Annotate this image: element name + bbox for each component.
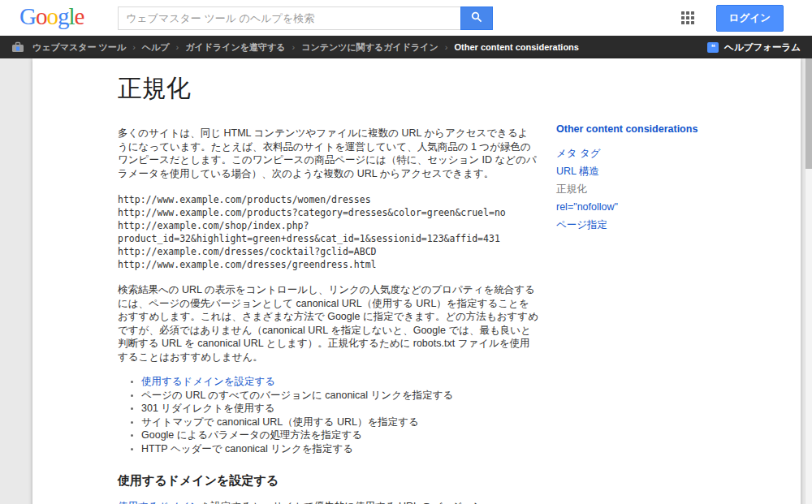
url-examples: http://www.example.com/products/women/dr… — [118, 193, 538, 271]
google-logo-letter: g — [58, 3, 69, 29]
google-logo[interactable]: Google — [19, 3, 84, 30]
header: Google ログイン — [0, 0, 812, 36]
canonical-paragraph: 検索結果への URL の表示をコントロールし、リンクの人気度などのプロパティを統… — [118, 283, 538, 364]
breadcrumb-separator: › — [132, 42, 136, 52]
list-item-label: HTTP ヘッダーで canonical リンクを指定する — [141, 443, 353, 454]
section-heading: 使用するドメインを設定する — [118, 473, 538, 489]
breadcrumb-guidelines[interactable]: ガイドラインを遵守する — [185, 41, 285, 54]
sidebar: Other content considerations メタ タグ URL 構… — [556, 123, 775, 237]
scrollbar[interactable] — [805, 58, 812, 504]
intro-paragraph: 多くのサイトは、同じ HTML コンテンツやファイルに複数の URL からアクセ… — [118, 127, 538, 180]
list-item: 301 リダイレクトを使用する — [141, 402, 538, 416]
sidebar-item-rel-nofollow[interactable]: rel="nofollow" — [556, 201, 775, 213]
google-logo-letter: G — [19, 3, 36, 29]
list-item-label: 301 リダイレクトを使用する — [141, 403, 274, 414]
sidebar-item-other-content-considerations[interactable]: Other content considerations — [556, 123, 775, 135]
breadcrumb-content-guidelines[interactable]: コンテンツに関するガイドライン — [301, 41, 438, 54]
breadcrumb-separator: › — [176, 42, 179, 52]
list-item: サイトマップで canonical URL（使用する URL）を指定する — [141, 416, 538, 429]
sidebar-item-pagination[interactable]: ページ指定 — [556, 219, 775, 230]
list-item-label: ページの URL のすべてのバージョンに canonical リンクを指定する — [141, 390, 453, 401]
url-example-line: http://example.com/dresses/cocktail?gcli… — [118, 245, 538, 258]
url-example-line: http://www.example.com/dresses/greendres… — [118, 258, 538, 271]
preferred-domain-paragraph-1: 使用するドメインを設定すると、サイトで優先的に使用する URL のバージョン（h… — [118, 500, 538, 504]
page: Google ログイン ウェブマスター ツール › ヘルプ › ガイドラインを遵… — [0, 0, 812, 504]
article: 正規化 多くのサイトは、同じ HTML コンテンツやファイルに複数の URL か… — [118, 58, 538, 504]
content-card: 正規化 多くのサイトは、同じ HTML コンテンツやファイルに複数の URL か… — [32, 58, 801, 504]
list-item: ページの URL のすべてのバージョンに canonical リンクを指定する — [141, 389, 538, 403]
search-form — [118, 6, 493, 30]
search-button[interactable] — [460, 6, 493, 30]
set-preferred-domain-link[interactable]: 使用するドメインを設定する — [141, 376, 275, 387]
list-item: Google によるパラメータの処理方法を指定する — [141, 429, 538, 442]
canonical-methods-list: 使用するドメインを設定する ページの URL のすべてのバージョンに canon… — [118, 375, 538, 455]
sidebar-item-canonicalization-current: 正規化 — [556, 183, 775, 195]
breadcrumb-separator: › — [292, 42, 296, 52]
url-example-line: http://www.example.com/products?category… — [118, 206, 538, 219]
help-forum-label: ヘルプフォーラム — [724, 41, 801, 54]
header-actions: ログイン — [681, 0, 784, 36]
url-example-line: http://www.example.com/products/women/dr… — [118, 193, 538, 206]
login-button[interactable]: ログイン — [716, 5, 784, 32]
forum-icon: ❝ — [707, 42, 719, 53]
apps-grid-icon[interactable] — [681, 11, 695, 25]
google-logo-letter: o — [46, 3, 58, 29]
preferred-domain-link[interactable]: 使用するドメイン — [118, 501, 201, 504]
list-item-label: Google によるパラメータの処理方法を指定する — [141, 429, 362, 441]
scrollbar-thumb[interactable] — [806, 58, 812, 169]
page-background: 正規化 多くのサイトは、同じ HTML コンテンツやファイルに複数の URL か… — [0, 58, 812, 504]
google-logo-letter: o — [36, 3, 47, 29]
url-example-line: http://example.com/shop/index.php? — [118, 219, 538, 232]
help-forum-link[interactable]: ❝ ヘルプフォーラム — [707, 41, 801, 54]
breadcrumb-current: Other content considerations — [455, 42, 579, 52]
search-input[interactable] — [118, 6, 460, 30]
list-item: 使用するドメインを設定する — [141, 375, 538, 389]
url-example-line: product_id=32&highlight=green+dress&cat_… — [118, 232, 538, 245]
search-icon — [471, 11, 482, 25]
breadcrumb-help[interactable]: ヘルプ — [142, 41, 170, 54]
list-item: HTTP ヘッダーで canonical リンクを指定する — [141, 442, 538, 456]
google-logo-letter: e — [75, 3, 84, 29]
page-title: 正規化 — [118, 72, 538, 106]
google-logo-letter: l — [68, 3, 74, 29]
webmaster-tools-icon[interactable] — [11, 41, 24, 53]
list-item-label: サイトマップで canonical URL（使用する URL）を指定する — [141, 416, 419, 428]
breadcrumb-separator: › — [445, 42, 448, 52]
sidebar-item-meta-tags[interactable]: メタ タグ — [556, 148, 775, 159]
breadcrumb-bar: ウェブマスター ツール › ヘルプ › ガイドラインを遵守する › コンテンツに… — [0, 36, 812, 58]
sidebar-item-url-structure[interactable]: URL 構造 — [556, 166, 775, 177]
breadcrumb-webmaster-tools[interactable]: ウェブマスター ツール — [32, 41, 126, 54]
